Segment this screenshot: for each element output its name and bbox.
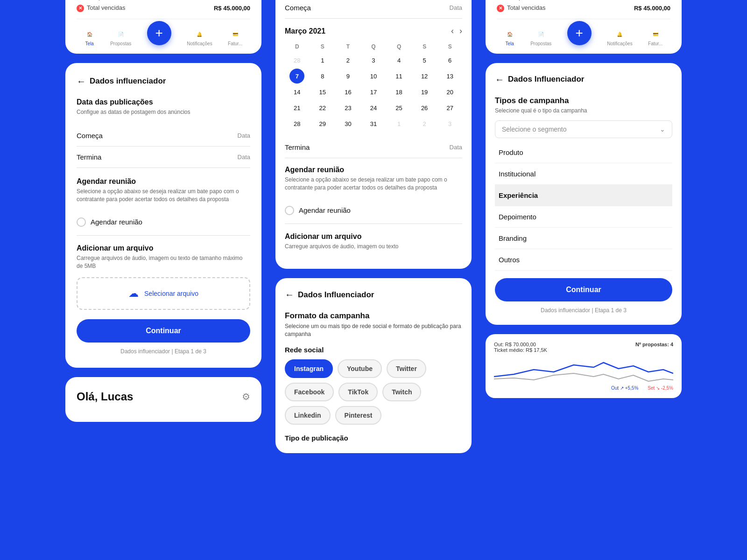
cal-day-1-next[interactable]: 1	[392, 116, 407, 131]
cal-day-22[interactable]: 22	[315, 100, 330, 115]
cal-day-26[interactable]: 26	[417, 100, 432, 115]
cal-day-2[interactable]: 2	[340, 53, 355, 68]
comeca-field[interactable]: Começa Data	[77, 125, 250, 147]
data-publicacoes-title: Data das publicações	[77, 98, 250, 106]
stats-card: Out: R$ 70.000,00 Ticket médio: R$ 17,5K…	[486, 334, 682, 398]
fab-add[interactable]: +	[147, 21, 171, 45]
cal-day-28-prev[interactable]: 28	[289, 53, 304, 68]
cal-day-23[interactable]: 23	[340, 100, 355, 115]
agendar-sub: Selecione a opção abaixo se deseja reali…	[77, 188, 250, 203]
cal-day-7-today[interactable]: 7	[289, 69, 304, 84]
option-experiencia[interactable]: Experiência	[495, 185, 672, 206]
day-header-s3: S	[437, 42, 462, 52]
cal-agendar-label: Agendar reunião	[299, 206, 351, 214]
formato-sub: Selecione um ou mais tipo de rede social…	[285, 322, 462, 338]
adicionar-sub: Carregue arquivos de áudio, imagem ou te…	[77, 254, 250, 270]
cal-day-20[interactable]: 20	[443, 84, 458, 99]
cal-comeca-field[interactable]: Começa Data	[285, 0, 462, 19]
cal-day-10[interactable]: 10	[366, 69, 381, 84]
option-produto[interactable]: Produto	[495, 142, 672, 163]
cal-day-9[interactable]: 9	[340, 69, 355, 84]
cal-day-24[interactable]: 24	[366, 100, 381, 115]
tag-pinterest[interactable]: Pinterest	[335, 406, 382, 425]
cal-day-12[interactable]: 12	[417, 69, 432, 84]
cal-day-2-next[interactable]: 2	[417, 116, 432, 131]
cal-day-31[interactable]: 31	[366, 116, 381, 131]
tag-instagran[interactable]: Instagran	[285, 359, 333, 378]
tag-tiktok[interactable]: TikTok	[338, 383, 378, 401]
cal-day-3-next[interactable]: 3	[443, 116, 458, 131]
stats-ticket-label: Ticket médio: R$ 17,5K	[494, 347, 547, 353]
right-fab-add[interactable]: +	[567, 21, 592, 45]
cal-day-5[interactable]: 5	[417, 53, 432, 68]
agendar-radio-row[interactable]: Agendar reunião	[77, 213, 250, 231]
cal-day-4[interactable]: 4	[392, 53, 407, 68]
formato-back-icon: ←	[285, 289, 294, 300]
back-arrow-icon: ←	[77, 76, 86, 87]
right-nav-faturamento[interactable]: 💳 Fatur...	[648, 29, 662, 46]
calendar-month: Março 2021	[285, 27, 325, 35]
nav-notificacoes[interactable]: 🔔 Notificações	[187, 29, 212, 46]
formato-back-button[interactable]: ← Dados Influenciador	[285, 289, 462, 300]
cal-radio-row[interactable]: Agendar reunião	[285, 201, 462, 220]
day-header-q2: Q	[387, 42, 411, 52]
right-back-button[interactable]: ← Dados Influenciador	[495, 74, 672, 85]
option-branding[interactable]: Branding	[495, 228, 672, 249]
tag-linkedin[interactable]: Linkedin	[285, 406, 331, 425]
stats-chart	[494, 356, 673, 384]
tag-youtube[interactable]: Youtube	[338, 359, 382, 378]
selecionar-arquivo-label[interactable]: Selecionar arquivo	[144, 290, 198, 297]
day-header-s2: S	[412, 42, 437, 52]
cal-day-18[interactable]: 18	[392, 84, 407, 99]
right-continuar-button[interactable]: Continuar	[495, 278, 672, 301]
cal-day-17[interactable]: 17	[366, 84, 381, 99]
option-institucional[interactable]: Institucional	[495, 163, 672, 185]
cal-agendar-sub: Selecione a opção abaixo se deseja reali…	[285, 176, 462, 192]
right-dados-title: Dados Influenciador	[508, 75, 584, 84]
day-header-q1: Q	[361, 42, 386, 52]
cal-day-30[interactable]: 30	[340, 116, 355, 131]
cal-termina-data: Data	[450, 144, 462, 151]
cal-day-27[interactable]: 27	[443, 100, 458, 115]
termina-field[interactable]: Termina Data	[77, 147, 250, 168]
continuar-button[interactable]: Continuar	[77, 319, 250, 343]
right-nav-propostas[interactable]: 📄 Propostas	[530, 29, 551, 46]
cal-next-button[interactable]: ›	[459, 26, 462, 36]
option-outros[interactable]: Outros	[495, 249, 672, 271]
day-header-s1: S	[310, 42, 335, 52]
cal-day-25[interactable]: 25	[392, 100, 407, 115]
right-nav-tela[interactable]: 🏠 Tela	[505, 29, 515, 46]
tag-twitch[interactable]: Twitch	[382, 383, 421, 401]
cal-day-19[interactable]: 19	[417, 84, 432, 99]
right-nav-notificacoes[interactable]: 🔔 Notificações	[607, 29, 632, 46]
cal-prev-button[interactable]: ‹	[451, 26, 454, 36]
right-etapa-label: Dados influenciador | Etapa 1 de 3	[495, 307, 672, 314]
cal-day-8[interactable]: 8	[315, 69, 330, 84]
calendar-grid: D S T Q Q S S 28 1 2 3 4 5 6 7 8 9 10 11…	[285, 42, 462, 131]
file-drop-zone[interactable]: ☁ Selecionar arquivo	[77, 277, 250, 310]
cal-day-13[interactable]: 13	[443, 69, 458, 84]
nav-propostas[interactable]: 📄 Propostas	[110, 29, 131, 46]
day-header-d: D	[285, 42, 310, 52]
cal-day-11[interactable]: 11	[392, 69, 407, 84]
cal-day-28[interactable]: 28	[289, 116, 304, 131]
cal-day-29[interactable]: 29	[315, 116, 330, 131]
tag-facebook[interactable]: Facebook	[285, 383, 334, 401]
back-button[interactable]: ← Dados influenciador	[77, 76, 250, 87]
tag-twitter[interactable]: Twitter	[387, 359, 426, 378]
nav-tela[interactable]: 🏠 Tela	[85, 29, 95, 46]
cal-day-1[interactable]: 1	[315, 53, 330, 68]
tipos-campanha-sub: Selecione qual é o tipo da campanha	[495, 107, 672, 114]
cal-day-14[interactable]: 14	[289, 84, 304, 99]
cal-day-3[interactable]: 3	[366, 53, 381, 68]
segmento-dropdown[interactable]: Selecione o segmento ⌄	[495, 120, 672, 138]
cal-termina-field[interactable]: Termina Data	[285, 137, 462, 158]
cal-day-6[interactable]: 6	[443, 53, 458, 68]
nav-faturamento[interactable]: 💳 Fatur...	[228, 29, 242, 46]
settings-icon[interactable]: ⚙	[242, 391, 250, 402]
tipos-campanha-title: Tipos de campanha	[495, 96, 672, 105]
cal-day-16[interactable]: 16	[340, 84, 355, 99]
cal-day-21[interactable]: 21	[289, 100, 304, 115]
cal-day-15[interactable]: 15	[315, 84, 330, 99]
option-depoimento[interactable]: Depoimento	[495, 206, 672, 228]
